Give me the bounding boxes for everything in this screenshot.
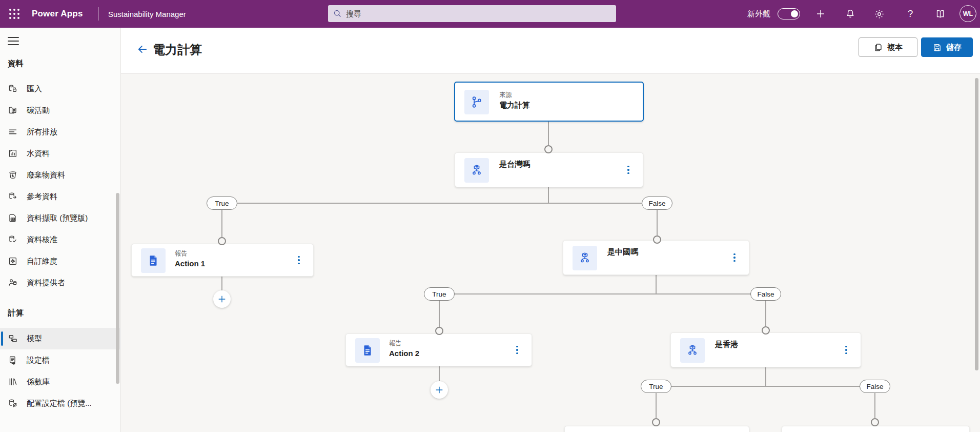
global-search[interactable]	[328, 5, 616, 22]
environment-name[interactable]: Sustainability Manager	[108, 0, 186, 28]
flow-node-partial[interactable]	[782, 426, 970, 432]
plus-icon	[815, 9, 826, 19]
sidebar-item-water-data[interactable]: 水資料	[0, 143, 121, 164]
branch-label-false: False	[750, 287, 781, 301]
connector-line	[657, 210, 658, 235]
flow-node-condition-taiwan[interactable]: 是台灣嗎	[455, 152, 643, 187]
flow-node-partial[interactable]	[564, 426, 749, 432]
sidebar-item-data-ingestion[interactable]: 資料擷取 (預覽版)	[0, 207, 121, 229]
sidebar-item-import[interactable]: 匯入	[0, 78, 121, 100]
connector-line	[439, 366, 440, 381]
nav-section-calculation: 計算	[8, 308, 24, 319]
profiles-icon	[8, 355, 18, 365]
sidebar-item-data-approval[interactable]: 資料核准	[0, 229, 121, 250]
reference-data-icon	[8, 191, 18, 202]
add-node-button[interactable]	[431, 381, 448, 399]
node-more-options-button[interactable]	[294, 253, 304, 267]
nav-collapse-button[interactable]	[5, 33, 22, 49]
sidebar-item-waste-data[interactable]: 廢棄物資料	[0, 164, 121, 186]
branch-label-true: True	[424, 287, 455, 301]
node-more-options-button[interactable]	[729, 250, 740, 265]
sidebar-item-models[interactable]: 模型	[0, 328, 121, 349]
search-icon	[333, 9, 342, 18]
new-look-toggle[interactable]	[778, 8, 800, 19]
node-kind-label: 報告	[389, 339, 402, 348]
node-more-options-button[interactable]	[512, 343, 522, 357]
sidebar-item-label: 碳活動	[27, 106, 50, 115]
sidebar-item-carbon-activities[interactable]: 碳活動	[0, 100, 121, 121]
sidebar-item-label: 參考資料	[27, 192, 57, 202]
back-button[interactable]	[135, 42, 150, 56]
node-more-options-button[interactable]	[623, 163, 634, 177]
flow-node-condition-china[interactable]: 是中國嗎	[563, 240, 749, 275]
app-name[interactable]: Power Apps	[32, 0, 83, 28]
sidebar-item-reference-data[interactable]: 參考資料	[0, 186, 121, 207]
create-plus-button[interactable]	[812, 6, 829, 22]
documentation-button[interactable]	[932, 6, 948, 22]
models-icon	[8, 333, 18, 344]
data-ingestion-icon	[8, 213, 18, 223]
connector-ring	[435, 327, 443, 335]
topbar-divider	[98, 7, 99, 21]
app-launcher-waffle-icon[interactable]	[6, 6, 23, 22]
node-title: 電力計算	[499, 101, 530, 110]
sidebar-item-profiles[interactable]: 設定檔	[0, 349, 121, 371]
copy-icon	[873, 43, 883, 52]
copy-button-label: 複本	[887, 43, 903, 52]
sidebar-item-data-providers[interactable]: 資料提供者	[0, 272, 121, 293]
sidebar-item-label: 匯入	[27, 84, 42, 94]
branch-line	[439, 293, 766, 294]
connector-line	[548, 122, 549, 145]
view-header: 電力計算 複本 儲存	[121, 28, 980, 74]
connector-line	[439, 301, 440, 327]
flow-node-source[interactable]: 來源 電力計算	[454, 82, 644, 122]
connector-line	[765, 301, 766, 326]
flow-canvas[interactable]: True False True False True False 來源 電力計算…	[121, 74, 980, 432]
canvas-scrollbar[interactable]	[975, 78, 978, 370]
account-avatar[interactable]: WL	[959, 5, 976, 22]
sidebar-item-all-emissions[interactable]: 所有排放	[0, 121, 121, 143]
sidebar-item-label: 配置設定檔 (預覽...	[27, 399, 92, 408]
flow-node-action1[interactable]: 報告 Action 1	[131, 244, 314, 277]
notifications-button[interactable]	[842, 6, 859, 22]
branch-label-false: False	[642, 197, 672, 210]
node-title: Action 2	[389, 349, 419, 358]
sidebar-item-label: 所有排放	[27, 127, 57, 137]
node-more-options-button[interactable]	[841, 343, 851, 357]
sidebar-item-label: 設定檔	[27, 356, 50, 365]
import-icon	[8, 84, 18, 94]
sidebar-item-custom-dimensions[interactable]: 自訂維度	[0, 250, 121, 272]
app-window: Power Apps Sustainability Manager 新外觀 ? …	[0, 0, 980, 432]
sidebar-scrollbar[interactable]	[116, 193, 119, 384]
connector-line	[548, 187, 549, 203]
help-button[interactable]: ?	[902, 6, 918, 22]
factor-library-icon	[8, 377, 18, 387]
plus-icon	[435, 385, 444, 395]
sidebar-item-factor-library[interactable]: 係數庫	[0, 371, 121, 392]
sidebar-item-label: 自訂維度	[27, 257, 57, 266]
custom-dimensions-icon	[8, 256, 18, 266]
condition-icon	[573, 246, 597, 270]
connector-line	[874, 393, 875, 418]
connector-line	[656, 275, 657, 294]
connector-ring	[218, 237, 226, 245]
question-mark-icon: ?	[908, 8, 913, 19]
condition-icon	[680, 338, 705, 363]
data-approval-icon	[8, 234, 18, 245]
add-node-button[interactable]	[213, 290, 231, 308]
save-button[interactable]: 儲存	[921, 37, 973, 57]
save-button-label: 儲存	[946, 43, 962, 52]
connector-ring	[871, 418, 879, 426]
copy-button[interactable]: 複本	[859, 37, 917, 57]
save-icon	[932, 43, 942, 52]
settings-button[interactable]	[871, 6, 887, 22]
sidebar-item-config-profiles[interactable]: 配置設定檔 (預覽...	[0, 392, 121, 414]
branch-line	[222, 203, 657, 204]
search-input[interactable]	[346, 9, 611, 18]
nav-section-data: 資料	[8, 58, 24, 69]
node-title: Action 1	[175, 259, 205, 268]
back-arrow-icon	[137, 44, 148, 55]
branch-label-true: True	[207, 197, 237, 210]
flow-node-condition-hongkong[interactable]: 是香港	[670, 332, 861, 367]
flow-node-action2[interactable]: 報告 Action 2	[345, 333, 532, 366]
